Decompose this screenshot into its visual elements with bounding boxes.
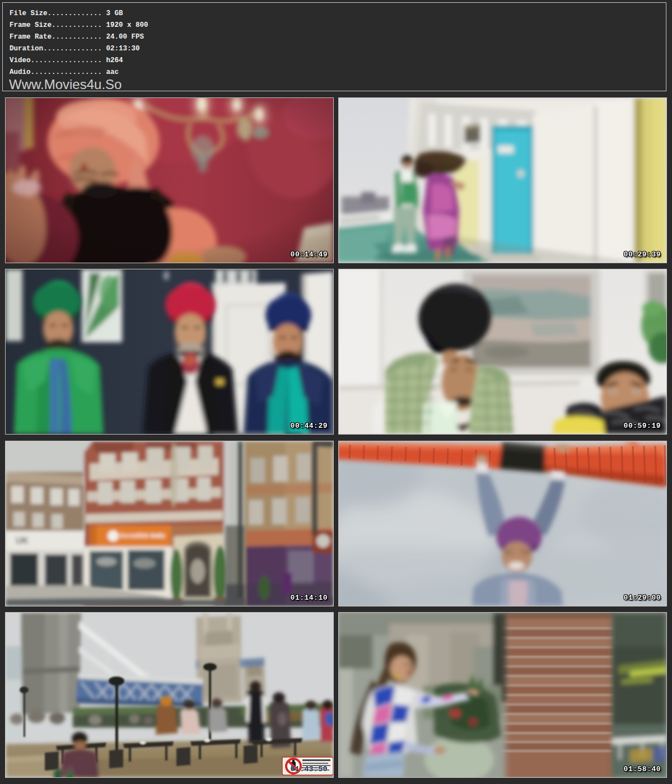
svg-text:UK: UK xyxy=(16,536,29,545)
